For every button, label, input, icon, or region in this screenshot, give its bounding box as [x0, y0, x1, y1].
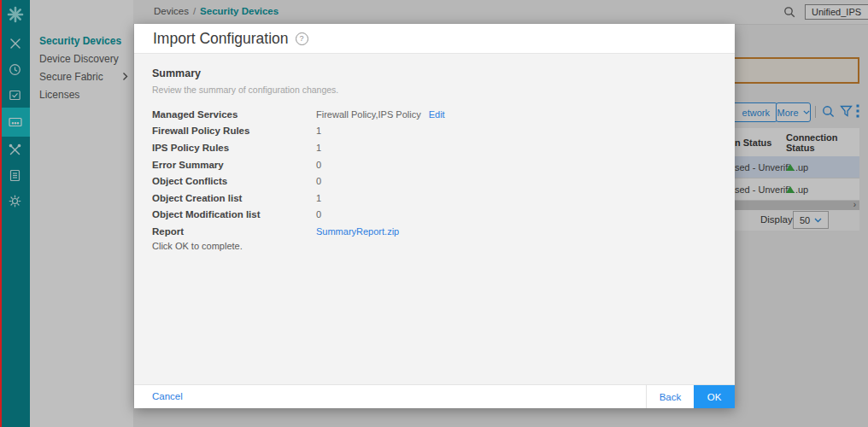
- cancel-button[interactable]: Cancel: [152, 391, 183, 401]
- field-label: Report: [152, 226, 316, 237]
- edit-link[interactable]: Edit: [429, 109, 445, 120]
- field-object-conflicts: Object Conflicts 0: [152, 173, 717, 190]
- help-circle-icon[interactable]: ?: [296, 32, 308, 45]
- summary-heading: Summary: [152, 67, 717, 79]
- recording-border: [0, 0, 2, 427]
- completion-note: Click OK to complete.: [152, 241, 717, 251]
- back-button[interactable]: Back: [646, 385, 694, 408]
- modal-title: Import Configuration: [153, 30, 289, 48]
- field-value: 1: [316, 126, 321, 136]
- field-value: 0: [316, 209, 321, 219]
- import-configuration-modal: Import Configuration ? Summary Review th…: [134, 24, 735, 408]
- field-value: 1: [316, 143, 321, 153]
- field-label: Error Summary: [152, 160, 316, 170]
- field-label: Object Creation list: [152, 193, 316, 203]
- ok-button[interactable]: OK: [694, 385, 735, 408]
- field-object-modification-list: Object Modification list 0: [152, 207, 717, 224]
- field-label: Managed Services: [152, 109, 316, 120]
- field-value: Firewall Policy,IPS Policy: [316, 109, 421, 120]
- modal-body: Summary Review the summary of configurat…: [134, 54, 735, 385]
- modal-footer: Cancel Back OK: [134, 384, 735, 408]
- field-error-summary: Error Summary 0: [152, 156, 717, 173]
- field-value: 0: [316, 176, 321, 186]
- field-label: Object Modification list: [152, 209, 316, 219]
- field-firewall-policy-rules: Firewall Policy Rules 1: [152, 123, 717, 140]
- modal-header: Import Configuration ?: [134, 24, 735, 54]
- field-value: 0: [316, 160, 321, 170]
- field-object-creation-list: Object Creation list 1: [152, 190, 717, 207]
- field-report: Report SummaryReport.zip: [152, 223, 717, 240]
- summary-description: Review the summary of configuration chan…: [152, 85, 717, 95]
- summary-fields: Managed Services Firewall Policy,IPS Pol…: [152, 106, 717, 240]
- summary-report-link[interactable]: SummaryReport.zip: [316, 226, 399, 237]
- field-managed-services: Managed Services Firewall Policy,IPS Pol…: [152, 106, 717, 123]
- field-label: Object Conflicts: [152, 176, 316, 186]
- field-value: 1: [316, 193, 321, 203]
- field-ips-policy-rules: IPS Policy Rules 1: [152, 139, 717, 156]
- field-label: Firewall Policy Rules: [152, 126, 316, 136]
- field-label: IPS Policy Rules: [152, 143, 316, 153]
- screen: Security Devices Device Discovery Secure…: [0, 0, 868, 427]
